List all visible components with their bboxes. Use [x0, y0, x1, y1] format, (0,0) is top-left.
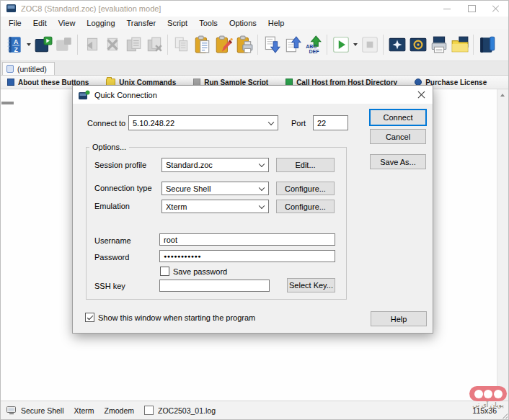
run-script-button[interactable]	[330, 32, 351, 57]
send-text-button[interactable]: ABC DEF	[303, 32, 324, 57]
send-file-icon	[124, 35, 143, 54]
resize-grip[interactable]	[500, 411, 508, 419]
maximize-icon	[468, 5, 476, 12]
print-screen-button[interactable]	[428, 32, 449, 57]
dialog-title: Quick Connection	[94, 91, 157, 99]
quick-connection-dialog: Quick Connection Connect to 5.10.248.22 …	[72, 85, 433, 334]
status-bar: Secure Shell Xterm Zmodem ZOC2503_01.log…	[1, 401, 508, 419]
username-input[interactable]: root	[159, 233, 335, 246]
menu-transfer[interactable]: Transfer	[121, 18, 162, 28]
send-text-icon: ABC DEF	[304, 35, 323, 54]
connection-type-combobox[interactable]: Secure Shell	[161, 182, 269, 195]
quick-connection-button[interactable]	[32, 32, 53, 57]
port-label: Port	[291, 119, 306, 128]
statusbar-emulation[interactable]: Xterm	[74, 406, 94, 415]
help-button[interactable]: Help	[371, 311, 427, 326]
clipboard-view-button[interactable]	[192, 32, 213, 57]
upload-button[interactable]	[282, 32, 303, 57]
emulation-combobox[interactable]: Xterm	[161, 200, 269, 213]
toolbar-separator	[257, 35, 258, 55]
watermark: پویان آی تی	[466, 386, 509, 408]
statusbar-connection-type[interactable]: Secure Shell	[6, 406, 64, 415]
session-profile-combobox[interactable]: Standard.zoc	[161, 158, 269, 172]
cancel-transfer-icon	[103, 35, 122, 54]
password-label: Password	[94, 253, 129, 262]
select-key-button[interactable]: Select Key...	[287, 278, 335, 292]
log-checkbox[interactable]	[144, 406, 154, 415]
configure-emulation-button[interactable]: Configure...	[276, 200, 335, 213]
tab-untitled[interactable]: (untitled)	[2, 62, 55, 75]
password-input[interactable]: ●●●●●●●●●●●	[159, 250, 335, 262]
username-label: Username	[94, 236, 131, 245]
statusbar-emulation-label: Xterm	[74, 406, 94, 415]
fullscreen-button[interactable]	[386, 32, 407, 57]
capture-button[interactable]	[407, 32, 428, 57]
show-window-checkbox[interactable]	[85, 313, 94, 322]
cancel-transfer-button[interactable]	[102, 32, 123, 57]
cancel-button[interactable]: Cancel	[370, 129, 426, 144]
svg-text:A: A	[14, 38, 19, 45]
open-folder-button[interactable]	[449, 32, 470, 57]
menu-file[interactable]: File	[3, 18, 27, 28]
toolbar: A Z	[1, 29, 508, 61]
terminal-cursor	[1, 102, 14, 104]
run-script-dropdown[interactable]	[351, 32, 359, 57]
minimize-button[interactable]	[435, 1, 459, 17]
save-password-checkbox[interactable]	[160, 267, 169, 276]
chevron-down-icon	[353, 43, 358, 46]
disconnect-button[interactable]	[53, 32, 74, 57]
emulation-value: Xterm	[166, 202, 187, 211]
monitor-icon	[6, 406, 17, 415]
tab-icon	[6, 65, 14, 73]
delete-file-button[interactable]	[143, 32, 164, 57]
send-file-button[interactable]	[123, 32, 143, 57]
chevron-down-icon	[27, 43, 31, 46]
fullscreen-icon	[388, 35, 407, 54]
dialog-icon	[79, 90, 90, 100]
open-folder-icon	[451, 35, 469, 54]
watermark-dot	[484, 390, 492, 398]
menu-options[interactable]: Options	[223, 18, 262, 28]
statusbar-log-toggle[interactable]: ZOC2503_01.log	[144, 406, 216, 415]
menu-edit[interactable]: Edit	[27, 18, 53, 28]
clipboard-print-button[interactable]	[234, 32, 254, 57]
disconnect-icon	[55, 35, 74, 54]
close-button[interactable]	[484, 1, 508, 17]
menu-logging[interactable]: Logging	[81, 18, 120, 28]
menu-view[interactable]: View	[53, 18, 81, 28]
maximize-button[interactable]	[459, 1, 484, 17]
help-button-label: Help	[391, 315, 407, 323]
port-input[interactable]: 22	[313, 115, 348, 130]
svg-text:Z: Z	[14, 46, 18, 53]
port-value: 22	[317, 119, 326, 128]
vertical-scrollbar[interactable]	[497, 89, 508, 401]
connect-to-combobox[interactable]: 5.10.248.22	[128, 115, 278, 130]
clipboard-edit-button[interactable]	[213, 32, 234, 57]
menu-help[interactable]: Help	[262, 18, 291, 28]
watermark-text: پویان آی تی	[466, 401, 509, 408]
connect-button[interactable]: Connect	[369, 109, 427, 126]
host-directory-dropdown[interactable]	[25, 32, 32, 57]
tab-bar: (untitled)	[1, 61, 508, 76]
menu-tools[interactable]: Tools	[193, 18, 223, 28]
host-directory-book-button[interactable]: A Z	[4, 32, 25, 57]
download-button[interactable]	[261, 32, 282, 57]
copy-button[interactable]	[171, 32, 192, 57]
chevron-down-icon	[259, 184, 265, 190]
configure-connection-button[interactable]: Configure...	[276, 182, 335, 195]
save-as-button[interactable]: Save As...	[370, 154, 426, 169]
address-book-button[interactable]	[477, 32, 497, 57]
edit-button[interactable]: Edit...	[276, 158, 335, 172]
scroll-up-icon	[500, 94, 505, 97]
menu-script[interactable]: Script	[161, 18, 193, 28]
receive-file-button[interactable]	[81, 32, 102, 57]
ssh-key-input[interactable]	[159, 280, 270, 292]
session-profile-label: Session profile	[94, 161, 146, 169]
stop-script-button[interactable]	[359, 32, 380, 57]
dialog-title-bar: Quick Connection	[73, 86, 433, 104]
toolbar-separator	[383, 35, 384, 55]
dialog-close-icon[interactable]	[416, 89, 427, 100]
statusbar-transfer-protocol[interactable]: Zmodem	[105, 406, 134, 415]
ssh-key-label: SSH key	[94, 282, 125, 290]
window-title: ZOC8 (Standard.zoc) [evaluation mode]	[21, 4, 161, 13]
